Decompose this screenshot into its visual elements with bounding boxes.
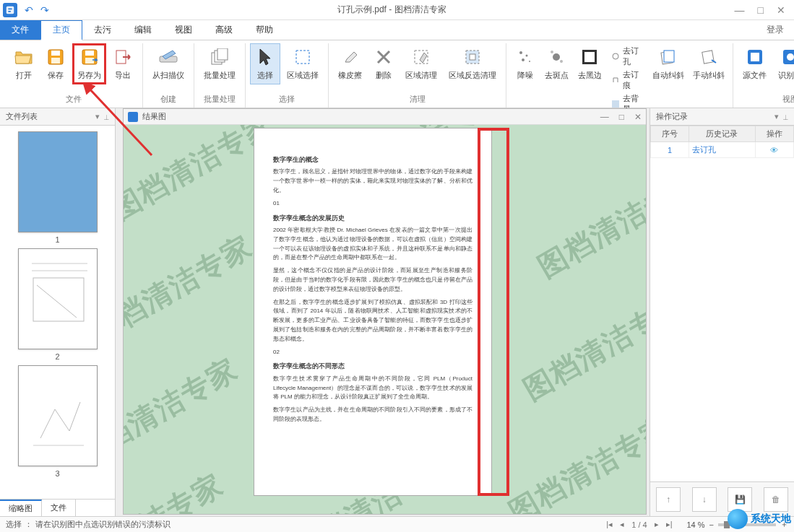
- qat-redo-icon[interactable]: ↷: [40, 4, 49, 16]
- status-hint: 请在识别图中点选识别错误的污渍标识: [35, 519, 171, 530]
- menu-tab-clean[interactable]: 去污: [82, 20, 123, 40]
- remove-black-edge-button[interactable]: 去黑边: [574, 43, 605, 84]
- history-col-record: 历史记录: [689, 126, 755, 142]
- qat-undo-icon[interactable]: ↶: [25, 4, 33, 16]
- despot-button[interactable]: 去斑点: [540, 43, 572, 84]
- svg-rect-2: [51, 51, 60, 56]
- history-item-view-icon[interactable]: 👁: [755, 142, 793, 158]
- history-menu-icon[interactable]: ▾: [774, 112, 779, 121]
- ribbon-group-view: 源文件 识别图 结果图 视图: [733, 43, 794, 108]
- window-title: 订孔示例.pdf - 图档清洁专家: [49, 4, 735, 16]
- history-up-button[interactable]: ↑: [656, 487, 681, 512]
- recognize-view-button[interactable]: 识别图: [773, 43, 794, 84]
- minimize-button[interactable]: —: [735, 4, 745, 16]
- manual-deskew-button[interactable]: 手动纠斜: [689, 43, 728, 84]
- app-icon: [3, 3, 17, 17]
- result-window: 结果图 — □ ✕ 图档清洁专家 图档清洁专家 图档清洁专家 图档清洁专家 图档…: [123, 108, 647, 515]
- svg-rect-40: [26, 373, 91, 460]
- history-save-button[interactable]: 💾: [728, 487, 752, 512]
- result-window-icon: [128, 112, 138, 122]
- left-tab-files[interactable]: 文件: [42, 500, 76, 516]
- svg-point-19: [529, 61, 530, 62]
- eraser-icon: [340, 47, 361, 67]
- menu-tab-help[interactable]: 帮助: [244, 20, 285, 40]
- svg-point-25: [613, 53, 618, 59]
- remove-staple-marks-button[interactable]: 去订痕: [610, 69, 644, 92]
- doc-close-button[interactable]: ✕: [634, 112, 642, 122]
- open-button[interactable]: 打开: [9, 43, 39, 84]
- svg-point-21: [551, 51, 553, 53]
- history-item-link[interactable]: 去订孔: [689, 142, 755, 158]
- svg-point-33: [787, 53, 794, 61]
- document-canvas[interactable]: 图档清洁专家 图档清洁专家 图档清洁专家 图档清洁专家 图档清洁专家 图档清洁专…: [124, 125, 646, 514]
- thumbnail-2[interactable]: 2: [14, 248, 101, 361]
- batch-process-button[interactable]: 批量处理: [199, 43, 241, 84]
- save-button[interactable]: 保存: [40, 43, 71, 84]
- svg-rect-26: [612, 100, 619, 108]
- black-edge-icon: [579, 47, 600, 67]
- small-ops-list: 去订孔 去订痕 去背景: [607, 43, 647, 117]
- history-collapse-icon[interactable]: ⟂: [783, 113, 788, 121]
- ribbon-group-clean: 橡皮擦 删除 区域清理 区域反选清理 清理: [329, 43, 506, 108]
- page-navigation: |◂ ◂ 1 / 4 ▸ ▸|: [606, 520, 672, 529]
- filter-icon[interactable]: ▾: [95, 112, 100, 121]
- page-indicator: 1 / 4: [631, 520, 647, 529]
- zoom-out-button[interactable]: −: [709, 520, 714, 529]
- hole-icon: [611, 52, 620, 61]
- export-button[interactable]: 导出: [108, 43, 138, 84]
- eraser-button[interactable]: 橡皮擦: [333, 43, 367, 84]
- history-delete-button[interactable]: 🗑: [764, 487, 788, 512]
- nav-next-button[interactable]: ▸: [655, 520, 659, 529]
- doc-maximize-button[interactable]: □: [619, 112, 624, 122]
- login-button[interactable]: 登录: [756, 20, 794, 40]
- menu-tab-view[interactable]: 视图: [163, 20, 204, 40]
- history-table: 序号 历史记录 操作 1 去订孔 👁: [650, 126, 794, 158]
- close-button[interactable]: ✕: [777, 4, 785, 16]
- area-clean-button[interactable]: 区域清理: [400, 43, 442, 84]
- thumbnail-1[interactable]: 1: [14, 131, 101, 244]
- batch-icon: [210, 47, 230, 67]
- menu-tab-edit[interactable]: 编辑: [123, 20, 163, 40]
- history-header: 操作记录 ▾ ⟂: [650, 108, 794, 126]
- nav-last-button[interactable]: ▸|: [666, 520, 673, 529]
- save-as-button[interactable]: 另存为: [72, 43, 106, 84]
- floppy-save-icon: [46, 47, 66, 67]
- denoise-button[interactable]: 降噪: [511, 43, 539, 84]
- svg-rect-35: [26, 256, 91, 343]
- svg-rect-11: [217, 48, 228, 60]
- menu-bar: 文件 主页 去污 编辑 视图 高级 帮助 登录: [0, 20, 794, 40]
- menu-tab-home[interactable]: 主页: [40, 20, 82, 40]
- history-down-button[interactable]: ↓: [692, 487, 717, 512]
- background-icon: [611, 100, 620, 108]
- menu-tab-advanced[interactable]: 高级: [204, 20, 244, 40]
- doc-minimize-button[interactable]: —: [600, 112, 609, 122]
- thumbnail-list[interactable]: 1 2 3: [0, 126, 115, 499]
- cursor-icon: [255, 47, 275, 67]
- area-invert-icon: [462, 47, 483, 67]
- source-view-button[interactable]: 源文件: [738, 43, 772, 84]
- from-scanner-button[interactable]: 从扫描仪: [147, 43, 189, 84]
- nav-first-button[interactable]: |◂: [606, 520, 613, 529]
- thumbnail-3[interactable]: 3: [14, 365, 101, 478]
- status-bar: 选择 ： 请在识别图中点选识别错误的污渍标识 |◂ ◂ 1 / 4 ▸ ▸| 1…: [0, 516, 794, 532]
- history-row[interactable]: 1 去订孔 👁: [651, 142, 794, 158]
- area-select-button[interactable]: 区域选择: [282, 43, 324, 84]
- title-bar: ↶ ↷ 订孔示例.pdf - 图档清洁专家 — □ ✕: [0, 0, 794, 20]
- collapse-panel-icon[interactable]: ⟂: [104, 113, 109, 121]
- area-invert-clean-button[interactable]: 区域反选清理: [444, 43, 501, 84]
- area-clean-icon: [411, 47, 431, 67]
- auto-deskew-button[interactable]: 自动纠斜: [649, 43, 688, 84]
- nav-prev-button[interactable]: ◂: [620, 520, 624, 529]
- remove-binding-holes-button[interactable]: 去订孔: [610, 45, 644, 68]
- maximize-button[interactable]: □: [758, 4, 764, 16]
- ribbon-group-file: 打开 保存 另存为 导出 文件: [4, 43, 143, 108]
- menu-file[interactable]: 文件: [0, 20, 40, 40]
- main-area: 文件列表 ▾ ⟂ 1 2 3 缩略图 文件 结果图 — □ ✕: [0, 108, 794, 516]
- export-icon: [113, 47, 133, 67]
- history-panel: 操作记录 ▾ ⟂ 序号 历史记录 操作 1 去订孔 👁 ↑ ↓ 💾 🗑: [650, 108, 794, 516]
- scanner-icon: [158, 47, 178, 67]
- delete-button[interactable]: 删除: [368, 43, 399, 84]
- result-window-titlebar: 结果图 — □ ✕: [124, 109, 646, 125]
- select-button[interactable]: 选择: [250, 43, 280, 84]
- left-tab-thumbnails[interactable]: 缩略图: [0, 500, 42, 516]
